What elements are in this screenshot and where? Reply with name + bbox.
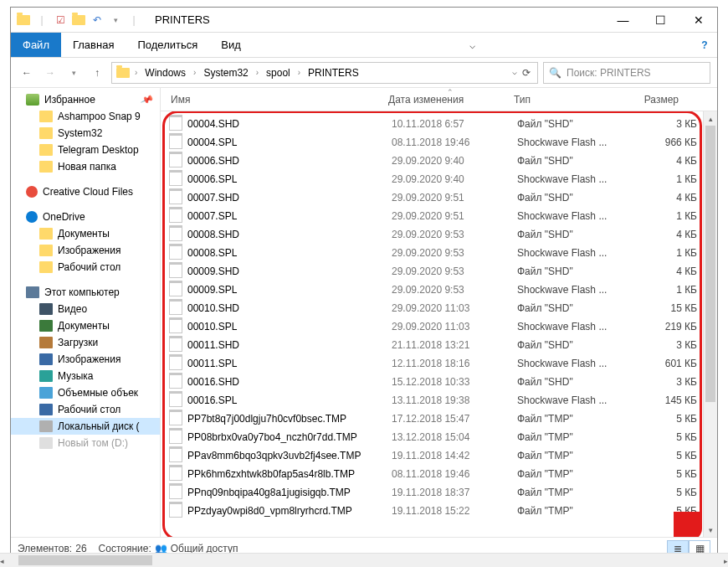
nav-pane[interactable]: Избранное📌 Ashampoo Snap 9 System32 Tele… xyxy=(11,88,161,537)
file-date: 19.11.2018 15:22 xyxy=(392,505,517,517)
file-row[interactable]: 00016.SHD15.12.2018 10:33Файл "SHD"3 КБ xyxy=(169,373,697,391)
col-date[interactable]: Дата изменения xyxy=(378,94,504,106)
nav-item[interactable]: Рабочий стол xyxy=(11,259,160,276)
crumb-1[interactable]: System32 xyxy=(200,66,251,80)
file-row[interactable]: 00004.SPL08.11.2018 19:46Shockwave Flash… xyxy=(169,133,697,152)
file-row[interactable]: PP7bt8q7j00dlgju7h0cvf0bsec.TMP17.12.201… xyxy=(169,410,697,428)
file-icon xyxy=(169,467,182,481)
column-headers: ⌃ Имя Дата изменения Тип Размер xyxy=(161,88,717,111)
nav-item[interactable]: Telegram Desktop xyxy=(11,142,160,158)
file-name: PPav8mm6bqo3qpkv3uvb2fj4see.TMP xyxy=(187,450,392,461)
crumb-0[interactable]: Windows xyxy=(141,66,189,80)
chevron-right-icon[interactable]: › xyxy=(255,68,259,77)
nav-thispc[interactable]: Этот компьютер xyxy=(11,284,160,301)
file-row[interactable]: PPav8mm6bqo3qpkv3uvb2fj4see.TMP19.11.201… xyxy=(169,446,697,465)
file-size: 5 КБ xyxy=(638,413,697,425)
chevron-right-icon[interactable]: › xyxy=(134,68,138,77)
nav-item[interactable]: Документы xyxy=(11,225,160,242)
file-row[interactable]: 00009.SHD29.09.2020 9:53Файл "SHD"4 КБ xyxy=(169,262,697,281)
search-input[interactable]: 🔍 Поиск: PRINTERS xyxy=(543,62,710,84)
file-type: Файл "TMP" xyxy=(517,505,638,517)
scrollbar-vertical[interactable]: ▴ ▾ xyxy=(703,111,717,537)
nav-disk-c[interactable]: Локальный диск ( xyxy=(11,418,160,435)
file-type: Файл "TMP" xyxy=(517,431,638,443)
file-row[interactable]: PP08brbx0va0y7bo4_nczh0r7dd.TMP13.12.201… xyxy=(169,428,697,446)
up-button[interactable]: ↑ xyxy=(88,64,106,82)
file-row[interactable]: 00006.SPL29.09.2020 9:40Shockwave Flash … xyxy=(169,170,697,188)
recent-button[interactable]: ▾ xyxy=(64,64,83,82)
nav-item[interactable]: Документы xyxy=(11,317,160,334)
file-row[interactable]: 00009.SPL29.09.2020 9:53Shockwave Flash … xyxy=(169,281,697,299)
file-type: Файл "TMP" xyxy=(517,413,638,425)
nav-item[interactable]: Музыка xyxy=(11,368,160,384)
file-row[interactable]: 00011.SPL12.11.2018 18:16Shockwave Flash… xyxy=(169,354,697,373)
file-row[interactable]: 00004.SHD10.11.2018 6:57Файл "SHD"3 КБ xyxy=(169,115,697,133)
nav-disk-d[interactable]: Новый том (D:) xyxy=(11,435,160,451)
file-name: 00004.SHD xyxy=(187,118,392,130)
undo-icon[interactable]: ↶ xyxy=(90,13,105,28)
nav-item[interactable]: Изображения xyxy=(11,242,160,259)
address-bar: ← → ▾ ↑ › Windows › System32 › spool › P… xyxy=(11,58,717,88)
help-icon[interactable]: ? xyxy=(692,33,717,57)
minimize-button[interactable]: — xyxy=(604,8,642,33)
file-date: 29.09.2020 11:03 xyxy=(392,321,517,332)
tab-share[interactable]: Поделиться xyxy=(126,33,209,57)
file-row[interactable]: 00016.SPL13.11.2018 19:38Shockwave Flash… xyxy=(169,391,697,410)
properties-icon[interactable]: ☑ xyxy=(53,13,68,28)
nav-item[interactable]: Видео xyxy=(11,301,160,317)
scroll-thumb[interactable] xyxy=(705,126,715,402)
col-type[interactable]: Тип xyxy=(504,94,625,106)
chevron-right-icon[interactable]: › xyxy=(192,68,197,77)
tab-view[interactable]: Вид xyxy=(209,33,253,57)
file-icon xyxy=(169,117,182,131)
addr-dropdown-icon[interactable]: ⌵ xyxy=(512,67,517,79)
forward-button[interactable]: → xyxy=(41,64,59,82)
file-row[interactable]: 00007.SHD29.09.2020 9:51Файл "SHD"4 КБ xyxy=(169,188,697,207)
nav-item[interactable]: Новая папка xyxy=(11,158,160,175)
qat-menu-icon[interactable]: ▾ xyxy=(108,13,123,28)
refresh-icon[interactable]: ⟳ xyxy=(522,67,531,79)
scroll-up-icon[interactable]: ▴ xyxy=(704,111,717,126)
file-type: Файл "SHD" xyxy=(517,155,638,167)
nav-onedrive[interactable]: OneDrive xyxy=(11,209,160,225)
nav-item[interactable]: Изображения xyxy=(11,351,160,368)
newfolder-icon[interactable] xyxy=(71,13,86,28)
file-row[interactable]: 00010.SHD29.09.2020 11:03Файл "SHD"15 КБ xyxy=(169,299,697,317)
crumb-2[interactable]: spool xyxy=(263,66,294,80)
file-row[interactable]: 00008.SPL29.09.2020 9:53Shockwave Flash … xyxy=(169,244,697,262)
ribbon-expand-icon[interactable]: ⌵ xyxy=(462,33,482,57)
breadcrumb-bar[interactable]: › Windows › System32 › spool › PRINTERS … xyxy=(111,62,538,84)
tab-file[interactable]: Файл xyxy=(11,33,61,57)
file-icon xyxy=(169,394,182,407)
back-button[interactable]: ← xyxy=(18,64,36,82)
file-icon xyxy=(169,320,182,333)
nav-cc[interactable]: Creative Cloud Files xyxy=(11,183,160,200)
col-name[interactable]: Имя xyxy=(161,94,378,106)
file-row[interactable]: 00010.SPL29.09.2020 11:03Shockwave Flash… xyxy=(169,317,697,336)
file-type: Файл "TMP" xyxy=(517,450,638,461)
file-row[interactable]: 00006.SHD29.09.2020 9:40Файл "SHD"4 КБ xyxy=(169,152,697,170)
nav-item[interactable]: System32 xyxy=(11,125,160,142)
file-row[interactable]: PPnq09nbqipa40g8a1jugisigqb.TMP19.11.201… xyxy=(169,483,697,502)
file-icon xyxy=(169,504,182,518)
file-row[interactable]: 00007.SPL29.09.2020 9:51Shockwave Flash … xyxy=(169,207,697,225)
pin-icon: 📌 xyxy=(140,92,155,106)
col-size[interactable]: Размер xyxy=(625,94,684,106)
nav-favorites[interactable]: Избранное📌 xyxy=(11,91,160,108)
maximize-button[interactable]: ☐ xyxy=(642,8,679,33)
chevron-right-icon[interactable]: › xyxy=(297,68,301,77)
file-row[interactable]: 00008.SHD29.09.2020 9:53Файл "SHD"4 КБ xyxy=(169,225,697,244)
nav-item[interactable]: Рабочий стол xyxy=(11,401,160,418)
file-row[interactable]: PPzdyay0wpi8d0_vpm8lryrhcrd.TMP19.11.201… xyxy=(169,502,697,520)
nav-item[interactable]: Ashampoo Snap 9 xyxy=(11,108,160,125)
nav-item[interactable]: Загрузки xyxy=(11,334,160,351)
file-row[interactable]: PPk6hm6zxhtwk8b0fap5as4r8lb.TMP08.11.201… xyxy=(169,465,697,483)
scroll-down-icon[interactable]: ▾ xyxy=(704,523,717,537)
file-name: 00004.SPL xyxy=(187,137,392,148)
nav-item[interactable]: Объемные объек xyxy=(11,384,160,401)
crumb-3[interactable]: PRINTERS xyxy=(305,66,362,80)
tab-home[interactable]: Главная xyxy=(61,33,126,57)
file-date: 08.11.2018 19:46 xyxy=(392,137,517,148)
close-button[interactable]: ✕ xyxy=(679,8,717,33)
file-row[interactable]: 00011.SHD21.11.2018 13:21Файл "SHD"3 КБ xyxy=(169,336,697,354)
